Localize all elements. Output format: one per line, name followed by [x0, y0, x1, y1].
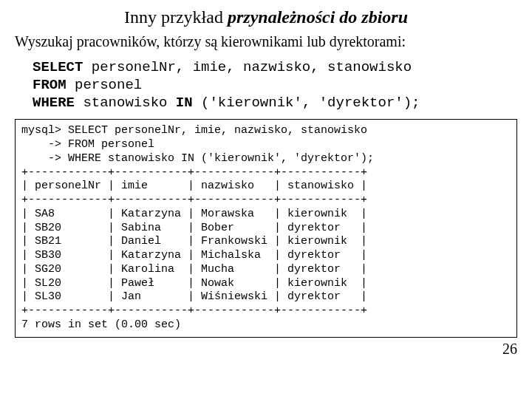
table-row: | SB20 | Sabina | Bober | dyrektor |: [21, 222, 367, 234]
title-plain: Inny przykład: [124, 7, 228, 27]
table-row: | SA8 | Katarzyna | Morawska | kierownik…: [21, 208, 367, 220]
kw-from: FROM: [33, 77, 66, 93]
slide-subtitle: Wyszukaj pracowników, którzy są kierowni…: [15, 33, 517, 50]
slide-title: Inny przykład przynależności do zbioru: [15, 7, 517, 27]
result-footer: 7 rows in set (0.00 sec): [21, 318, 181, 331]
sql-query-box: SELECT personelNr, imie, nazwisko, stano…: [15, 56, 517, 115]
kw-where: WHERE: [33, 95, 75, 111]
table-row: | SB30 | Katarzyna | Michalska | dyrekto…: [21, 249, 367, 262]
select-cols: personelNr, imie, nazwisko, stanowisko: [83, 59, 412, 75]
table-row: | SG20 | Karolina | Mucha | dyrektor |: [21, 263, 367, 276]
kw-in: IN: [176, 95, 193, 111]
page-number: 26: [15, 341, 517, 358]
table-row: | SL20 | Paweł | Nowak | kierownik |: [21, 277, 367, 290]
result-line: -> WHERE stanowisko IN ('kierownik', 'dy…: [21, 152, 374, 165]
mysql-result-box: mysql> SELECT personelNr, imie, nazwisko…: [15, 119, 517, 337]
result-header: | personelNr | imie | nazwisko | stanowi…: [21, 180, 367, 192]
result-sep: +------------+-----------+------------+-…: [21, 304, 367, 317]
from-table: personel: [66, 77, 143, 93]
result-line: mysql> SELECT personelNr, imie, nazwisko…: [21, 124, 367, 137]
where-col: stanowisko: [75, 95, 176, 111]
title-emph: przynależności do zbioru: [228, 7, 408, 27]
result-sep: +------------+-----------+------------+-…: [21, 194, 367, 206]
table-row: | SL30 | Jan | Wiśniewski | dyrektor |: [21, 290, 367, 303]
table-row: | SB21 | Daniel | Frankowski | kierownik…: [21, 235, 367, 248]
result-line: -> FROM personel: [21, 138, 154, 151]
in-list: ('kierownik', 'dyrektor');: [193, 95, 420, 111]
result-sep: +------------+-----------+------------+-…: [21, 166, 367, 179]
kw-select: SELECT: [33, 59, 83, 75]
